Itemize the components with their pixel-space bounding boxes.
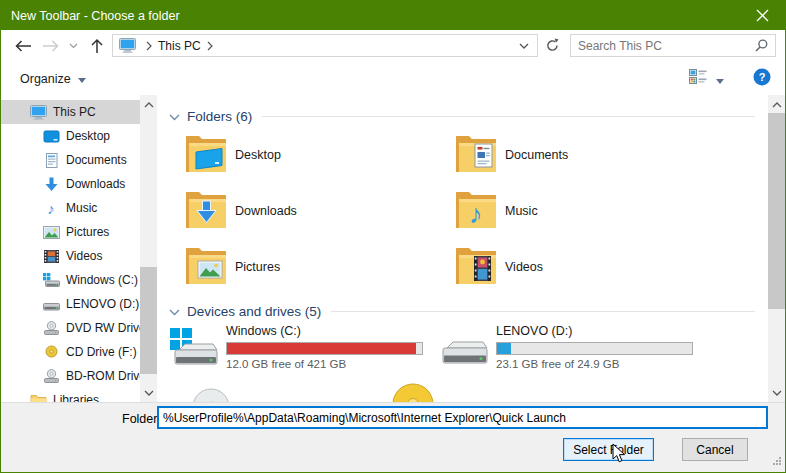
help-button[interactable]: ? <box>753 63 771 94</box>
folder-icon <box>454 132 498 178</box>
drive-tiles: Windows (C:) 12.0 GB free of 421 GB LENO… <box>157 322 767 370</box>
sidebar-item-label: Downloads <box>66 177 125 191</box>
gold-disc-icon[interactable] <box>392 383 434 402</box>
sidebar-item[interactable]: DVD RW Drive <box>1 316 140 340</box>
sidebar-item-icon <box>29 104 47 121</box>
sidebar-item-icon <box>42 128 60 145</box>
sidebar-item-label: Documents <box>66 153 127 167</box>
folder-tile-label: Desktop <box>235 148 281 162</box>
sidebar-item[interactable]: Documents <box>1 148 140 172</box>
search-icon[interactable] <box>755 39 775 52</box>
dialog-footer: Folder: Select Folder Cancel <box>1 402 785 473</box>
search-box[interactable] <box>570 34 776 57</box>
optical-disc-icon[interactable] <box>192 388 230 402</box>
devices-section-header[interactable]: Devices and drives (5) <box>157 302 767 320</box>
sidebar-item[interactable]: Videos <box>1 244 140 268</box>
scroll-down-icon[interactable] <box>768 384 785 401</box>
devices-section-title: Devices and drives (5) <box>187 304 321 319</box>
search-input[interactable] <box>571 38 755 54</box>
view-mode-icon <box>689 69 707 88</box>
sidebar-item-label: BD-ROM Drive <box>66 369 140 383</box>
sidebar-item[interactable]: Pictures <box>1 220 140 244</box>
this-pc-icon <box>119 38 136 53</box>
forward-button[interactable] <box>39 30 63 62</box>
sidebar-item-label: Windows (C:) <box>66 273 138 287</box>
drive-tile[interactable]: Windows (C:) 12.0 GB free of 421 GB <box>169 322 439 370</box>
folder-tile-label: Music <box>505 204 538 218</box>
sidebar-item[interactable]: LENOVO (D:) <box>1 292 140 316</box>
sidebar-item-icon <box>29 392 47 403</box>
sidebar-item[interactable]: Libraries <box>1 388 140 402</box>
folder-tile-label: Documents <box>505 148 568 162</box>
chevron-down-icon[interactable] <box>169 107 180 125</box>
folder-tile[interactable]: Documents <box>454 132 724 178</box>
sidebar-item[interactable]: Downloads <box>1 172 140 196</box>
sidebar-item[interactable]: ♪ Music <box>1 196 140 220</box>
sidebar-item-icon <box>42 176 60 193</box>
folder-tile[interactable]: ♪ Music <box>454 188 724 234</box>
drive-icon <box>439 322 496 370</box>
content-area: This PC Desktop Documents Downloads ♪ Mu… <box>1 95 785 402</box>
breadcrumb-chevron-icon[interactable] <box>146 41 152 51</box>
folder-icon: ♪ <box>454 188 498 234</box>
breadcrumb-this-pc[interactable]: This PC <box>158 39 201 53</box>
recent-locations-button[interactable] <box>65 30 81 62</box>
sidebar-item[interactable]: This PC <box>1 100 140 124</box>
sidebar-item[interactable]: Windows (C:) <box>1 268 140 292</box>
mouse-cursor <box>612 443 626 468</box>
folder-tile[interactable]: Downloads <box>184 188 454 234</box>
breadcrumb-chevron-icon[interactable] <box>207 41 213 51</box>
folders-section-header[interactable]: Folders (6) <box>157 107 767 125</box>
sidebar-item-label: LENOVO (D:) <box>66 297 139 311</box>
sidebar-item-icon <box>42 296 60 313</box>
drive-name: LENOVO (D:) <box>496 324 693 338</box>
titlebar[interactable]: New Toolbar - Choose a folder <box>1 1 785 30</box>
sidebar-item[interactable]: BD-ROM Drive <box>1 364 140 388</box>
drive-free-space: 12.0 GB free of 421 GB <box>226 358 423 370</box>
sidebar-scrollbar[interactable] <box>140 95 157 402</box>
folder-tile[interactable]: Videos <box>454 244 724 290</box>
sidebar-item-icon <box>42 152 60 169</box>
resize-grip[interactable] <box>771 452 782 470</box>
sidebar-item-icon <box>42 272 60 289</box>
select-folder-button[interactable]: Select Folder <box>563 438 654 461</box>
back-button[interactable] <box>11 30 35 62</box>
sidebar-item[interactable]: CD Drive (F:) <box>1 340 140 364</box>
folder-tile[interactable]: Pictures <box>184 244 454 290</box>
section-rule <box>262 116 755 117</box>
folder-tile[interactable]: Desktop <box>184 132 454 178</box>
folder-icon <box>184 132 228 178</box>
folder-tile-label: Downloads <box>235 204 297 218</box>
scroll-up-icon[interactable] <box>140 96 157 113</box>
address-dropdown-icon[interactable] <box>519 43 537 49</box>
cancel-button[interactable]: Cancel <box>682 438 748 461</box>
sidebar-item-label: Music <box>66 201 97 215</box>
sidebar-item-label: This PC <box>53 105 96 119</box>
scroll-up-icon[interactable] <box>768 96 785 113</box>
organize-menu[interactable]: Organize <box>20 63 86 94</box>
folder-tile-label: Videos <box>505 260 543 274</box>
scrollbar-thumb[interactable] <box>140 267 157 374</box>
drive-usage-bar <box>226 342 423 355</box>
folder-icon <box>454 244 498 290</box>
drive-free-space: 23.1 GB free of 24.9 GB <box>496 358 693 370</box>
address-bar[interactable]: This PC <box>112 34 538 57</box>
svg-text:♪: ♪ <box>469 199 483 229</box>
up-button[interactable] <box>85 30 109 62</box>
sidebar-item-label: DVD RW Drive <box>66 321 140 335</box>
sidebar-item[interactable]: Desktop <box>1 124 140 148</box>
choose-folder-dialog: New Toolbar - Choose a folder This PC Or… <box>0 0 786 473</box>
drive-tile[interactable]: LENOVO (D:) 23.1 GB free of 24.9 GB <box>439 322 709 370</box>
sidebar-item-icon <box>42 344 60 361</box>
main-scrollbar[interactable] <box>768 95 785 402</box>
scroll-down-icon[interactable] <box>140 384 157 401</box>
folder-path-input[interactable] <box>157 406 768 429</box>
folder-tile-label: Pictures <box>235 260 280 274</box>
refresh-button[interactable] <box>541 34 563 57</box>
view-mode-button[interactable] <box>689 63 724 94</box>
scrollbar-thumb[interactable] <box>768 113 785 309</box>
navigation-bar: This PC <box>1 30 785 64</box>
close-button[interactable] <box>740 1 785 30</box>
folder-tiles: Desktop Documents Downloads ♪ Music Pict… <box>157 132 767 290</box>
chevron-down-icon[interactable] <box>169 302 180 320</box>
